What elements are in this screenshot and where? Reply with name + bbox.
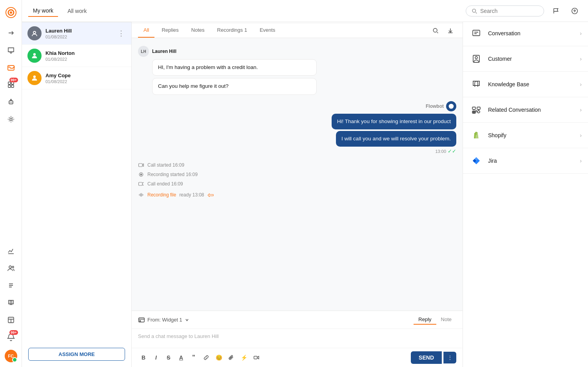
svg-point-22 xyxy=(140,174,142,175)
call-icon xyxy=(138,162,144,168)
search-icon xyxy=(472,8,477,14)
assign-more-button[interactable]: ASSIGN MORE xyxy=(28,348,125,361)
panel-section-related-conversation[interactable]: Related Conversation › xyxy=(463,97,588,123)
recording-ready-suffix: ready 13:08 xyxy=(179,192,204,198)
toolbar-italic[interactable]: I xyxy=(151,352,162,363)
all-work-tab[interactable]: All work xyxy=(63,5,91,16)
user-avatar[interactable]: FC xyxy=(5,350,17,362)
toolbar-link[interactable] xyxy=(201,352,212,363)
flowbot-label: Flowbot xyxy=(138,101,456,111)
toolbar-attachment[interactable] xyxy=(226,352,237,363)
svg-point-13 xyxy=(472,9,475,12)
message-bubble-1: HI, I'm having a problem with a credit l… xyxy=(152,59,317,76)
conv-info-lauren: Lauren Hill 01/08/2022 xyxy=(45,28,116,39)
conv-avatar-amy xyxy=(27,71,42,85)
shopify-section-icon xyxy=(469,128,483,142)
system-event-call-started: Call started 16:09 xyxy=(138,160,456,170)
sidebar-inbox-icon[interactable] xyxy=(3,60,19,75)
svg-rect-4 xyxy=(8,82,11,84)
customer-section-icon xyxy=(469,52,483,66)
sidebar-notification-icon[interactable]: 99+ xyxy=(3,329,19,345)
conv-date-amy: 01/08/2022 xyxy=(45,79,126,84)
help-button[interactable] xyxy=(568,4,582,18)
sidebar-settings-icon[interactable] xyxy=(3,111,19,127)
svg-rect-23 xyxy=(139,182,143,185)
my-work-tab[interactable]: My work xyxy=(28,5,58,17)
tab-replies[interactable]: Replies xyxy=(156,23,184,38)
reply-tab-note[interactable]: Note xyxy=(436,315,456,325)
sidebar-people-icon[interactable] xyxy=(3,260,19,276)
reply-input[interactable]: Send a chat message to Lauren Hill xyxy=(132,329,463,348)
panel-section-conversation[interactable]: Conversation › xyxy=(463,21,588,46)
chat-search-btn[interactable] xyxy=(430,25,441,36)
toolbar-emoji[interactable]: 😊 xyxy=(213,352,224,363)
tab-events[interactable]: Events xyxy=(254,23,281,38)
panel-section-customer[interactable]: Customer › xyxy=(463,46,588,72)
sidebar-forward-icon[interactable] xyxy=(3,25,19,41)
flag-button[interactable] xyxy=(549,4,563,18)
panel-section-jira[interactable]: Jira › xyxy=(463,148,588,174)
svg-rect-28 xyxy=(254,356,257,359)
reply-toolbar: B I S A " 😊 ⚡ xyxy=(132,348,463,367)
sidebar-table-icon[interactable] xyxy=(3,312,19,328)
knowledge-base-section-icon xyxy=(469,77,483,91)
toolbar-underline[interactable]: A xyxy=(176,352,187,363)
panel-section-related-label: Related Conversation xyxy=(488,107,575,113)
conv-date-lauren: 01/08/2022 xyxy=(45,35,116,39)
svg-point-2 xyxy=(10,11,12,14)
toolbar-bold[interactable]: B xyxy=(138,352,149,363)
recording-link[interactable]: Recording file xyxy=(147,192,176,198)
panel-section-knowledge-base[interactable]: Knowledge Base › xyxy=(463,72,588,97)
svg-point-27 xyxy=(140,320,141,322)
panel-section-jira-label: Jira xyxy=(488,158,575,164)
send-more-button[interactable]: ⋮ xyxy=(443,352,456,363)
svg-point-16 xyxy=(433,28,437,32)
sidebar-chat-icon[interactable] xyxy=(3,42,19,58)
system-event-recording-started: Recording started 16:09 xyxy=(138,170,456,179)
svg-point-31 xyxy=(475,56,477,59)
knowledge-base-chevron-icon: › xyxy=(580,81,582,87)
svg-point-14 xyxy=(572,8,577,13)
reply-area: From: Widget 1 Reply Note Send a chat me… xyxy=(132,311,463,367)
conversation-item-khia[interactable]: Khia Norton 01/08/2022 xyxy=(22,45,131,67)
right-panel: » Conversation › Customer › xyxy=(463,0,588,367)
svg-point-15 xyxy=(33,31,36,34)
sidebar-bot-icon[interactable] xyxy=(3,94,19,110)
toolbar-video[interactable] xyxy=(251,352,262,363)
sidebar-list-icon[interactable] xyxy=(3,278,19,293)
conv-date-khia: 01/08/2022 xyxy=(45,57,126,62)
message-bubble-sent-1: Hi! Thank you for showing interest in ou… xyxy=(332,114,456,129)
sidebar-grid-icon[interactable]: 99+ xyxy=(3,77,19,93)
sidebar-chart-icon[interactable] xyxy=(3,243,19,259)
sent-wrapper: Hi! Thank you for showing interest in ou… xyxy=(138,114,456,154)
conv-avatar-lauren xyxy=(27,26,42,40)
send-button[interactable]: SEND xyxy=(411,351,442,364)
toolbar-strikethrough[interactable]: S xyxy=(163,352,174,363)
tab-all[interactable]: All xyxy=(138,23,154,38)
widget-icon xyxy=(138,316,145,323)
chat-download-btn[interactable] xyxy=(445,25,456,36)
sidebar-book-icon[interactable] xyxy=(3,295,19,311)
reply-tab-reply[interactable]: Reply xyxy=(414,315,436,325)
from-widget: From: Widget 1 xyxy=(138,316,189,323)
toolbar-lightning[interactable]: ⚡ xyxy=(238,352,249,363)
panel-section-shopify[interactable]: Shopify › xyxy=(463,123,588,148)
conversation-item-amy[interactable]: Amy Cope 01/08/2022 xyxy=(22,67,131,89)
sidebar: 99+ 99+ FC xyxy=(0,0,22,367)
search-input[interactable] xyxy=(480,8,538,14)
flowbot-avatar xyxy=(446,101,456,111)
conv-more-lauren[interactable]: ⋮ xyxy=(116,29,126,38)
tab-notes[interactable]: Notes xyxy=(186,23,210,38)
conv-name-lauren: Lauren Hill xyxy=(45,28,116,34)
conversations-panel: Conversations ⋯ + Lauren Hill 01/08/2022 xyxy=(22,0,132,367)
toolbar-quote[interactable]: " xyxy=(188,352,199,363)
conversation-item-lauren[interactable]: Lauren Hill 01/08/2022 ⋮ xyxy=(22,22,131,45)
top-header: My work All work xyxy=(22,0,588,22)
panel-section-knowledge-base-label: Knowledge Base xyxy=(488,81,575,87)
conv-avatar-khia xyxy=(27,49,42,63)
sender-label-lauren: LH Lauren Hill xyxy=(138,46,456,57)
conversation-chevron-icon: › xyxy=(580,30,582,36)
tab-recordings[interactable]: Recordings 1 xyxy=(212,23,253,38)
svg-point-36 xyxy=(473,111,475,113)
app-logo[interactable] xyxy=(3,5,19,20)
